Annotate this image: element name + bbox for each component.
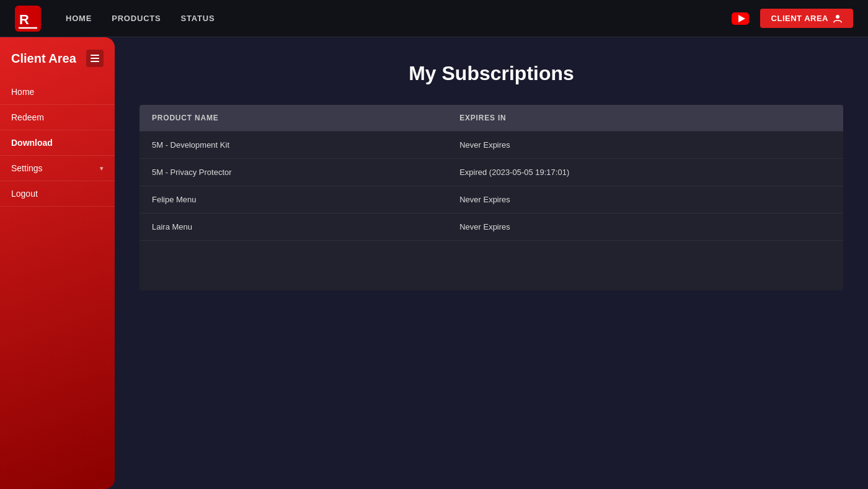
page-title: My Subscriptions <box>140 62 843 85</box>
cell-product-name: Laira Menu <box>140 213 447 241</box>
nav-products[interactable]: PRODUCTS <box>112 14 161 23</box>
nav-home[interactable]: HOME <box>66 14 92 23</box>
sidebar-menu-icon[interactable] <box>86 50 104 67</box>
sidebar: Client Area Home Redeem Download Setting… <box>0 37 115 489</box>
svg-point-5 <box>836 15 839 19</box>
col-expires-in: EXPIRES IN <box>447 105 843 132</box>
sidebar-item-settings-label: Settings <box>11 163 43 173</box>
sidebar-header: Client Area <box>0 50 115 79</box>
svg-text:R: R <box>19 12 29 27</box>
table-row: Laira MenuNever Expires <box>140 213 843 241</box>
table-row: Felipe MenuNever Expires <box>140 186 843 213</box>
table-header-row: PRODUCT NAME EXPIRES IN <box>140 105 843 132</box>
sidebar-nav: Home Redeem Download Settings ▾ Logout <box>0 79 115 207</box>
sidebar-item-settings[interactable]: Settings ▾ <box>0 156 115 181</box>
chevron-down-icon: ▾ <box>100 164 104 173</box>
sidebar-item-home[interactable]: Home <box>0 79 115 105</box>
col-product-name: PRODUCT NAME <box>140 105 447 132</box>
cell-expires-in: Never Expires <box>447 132 843 159</box>
sidebar-item-download-label: Download <box>11 138 53 148</box>
hamburger-icon <box>91 55 99 62</box>
table-empty-row <box>140 241 843 290</box>
sidebar-item-redeem-label: Redeem <box>11 112 44 122</box>
cell-expires-in: Never Expires <box>447 186 843 213</box>
nav-status[interactable]: STATUS <box>181 14 215 23</box>
logo[interactable]: R <box>15 6 41 32</box>
table-row: 5M - Privacy ProtectorExpired (2023-05-0… <box>140 159 843 186</box>
sidebar-item-download[interactable]: Download <box>0 130 115 156</box>
main-layout: Client Area Home Redeem Download Setting… <box>0 37 868 489</box>
navbar: R HOME PRODUCTS STATUS CLIENT AREA <box>0 0 868 37</box>
sidebar-item-logout[interactable]: Logout <box>0 181 115 207</box>
sidebar-item-logout-label: Logout <box>11 189 38 199</box>
cell-expires-in: Expired (2023-05-05 19:17:01) <box>447 159 843 186</box>
subscriptions-table: PRODUCT NAME EXPIRES IN 5M - Development… <box>140 105 843 290</box>
nav-right: CLIENT AREA <box>730 9 853 29</box>
nav-links: HOME PRODUCTS STATUS <box>66 14 730 23</box>
cell-expires-in: Never Expires <box>447 213 843 241</box>
sidebar-item-home-label: Home <box>11 87 34 97</box>
client-area-label: CLIENT AREA <box>771 14 828 23</box>
cell-product-name: 5M - Privacy Protector <box>140 159 447 186</box>
cell-product-name: 5M - Development Kit <box>140 132 447 159</box>
table-row: 5M - Development KitNever Expires <box>140 132 843 159</box>
youtube-icon[interactable] <box>730 9 750 29</box>
user-icon <box>833 14 842 23</box>
cell-product-name: Felipe Menu <box>140 186 447 213</box>
sidebar-item-redeem[interactable]: Redeem <box>0 105 115 130</box>
sidebar-title: Client Area <box>11 52 76 66</box>
client-area-button[interactable]: CLIENT AREA <box>760 9 853 28</box>
content: My Subscriptions PRODUCT NAME EXPIRES IN… <box>115 37 868 489</box>
